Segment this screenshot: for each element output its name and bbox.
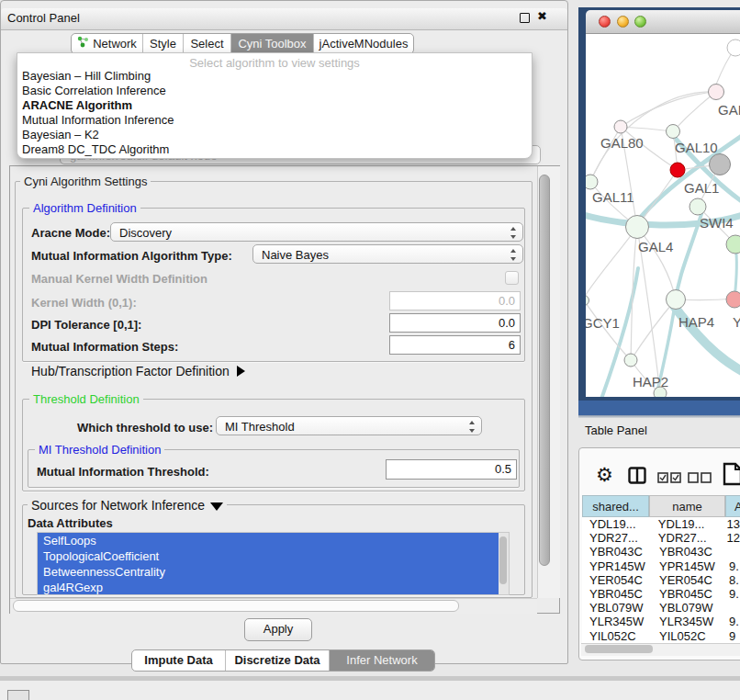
node-label: GAL80	[600, 135, 644, 151]
minimize-traffic-light-icon[interactable]	[617, 16, 629, 28]
table-row[interactable]: YDL19...YDL19...13	[582, 517, 740, 531]
bottom-tabbar: Impute Data Discretize Data Infer Networ…	[131, 649, 435, 672]
node-hap2[interactable]	[624, 354, 637, 367]
node-label: HAP4	[678, 314, 714, 330]
tab-infer-network[interactable]: Infer Network	[330, 650, 434, 671]
manual-kernel-checkbox[interactable]	[505, 271, 519, 285]
tab-impute-data[interactable]: Impute Data	[132, 650, 226, 671]
cell: YDR27...	[648, 531, 724, 545]
node-gal10[interactable]	[667, 125, 680, 139]
network-canvas[interactable]: GAL GAL80 GAL10 GAL1 GAL11 SWI4 GAL4 GCY…	[586, 34, 740, 397]
column-header-name[interactable]: name	[649, 495, 725, 517]
tab-style[interactable]: Style	[143, 34, 184, 53]
tab-network[interactable]: Network	[72, 34, 143, 53]
cell: YBL079W	[649, 601, 726, 615]
cell: YBL079W	[582, 601, 649, 615]
node-gal80[interactable]	[614, 120, 627, 133]
float-window-icon[interactable]	[520, 13, 530, 23]
close-traffic-light-icon[interactable]	[599, 16, 611, 28]
manual-kernel-label: Manual Kernel Width Definition	[31, 272, 207, 286]
tab-jactivemnodules[interactable]: jActiveMNodules	[314, 34, 413, 53]
tab-select[interactable]: Select	[184, 34, 231, 53]
cell: YPR145W	[649, 559, 726, 573]
show-columns-icon[interactable]	[657, 470, 682, 487]
aracne-mode-combobox[interactable]: Discovery	[110, 222, 523, 242]
dropdown-item[interactable]: Dream8 DC_TDC Algorithm	[22, 142, 522, 157]
dpi-tolerance-field[interactable]: 0.0	[389, 313, 521, 333]
cell: YBR045C	[649, 587, 726, 601]
node[interactable]	[727, 40, 740, 56]
table-row[interactable]: YDR27...YDR27...12	[582, 531, 740, 545]
node[interactable]	[726, 291, 740, 308]
column-header-shared-name[interactable]: shared...	[582, 495, 649, 517]
sources-collapse-icon[interactable]	[210, 502, 223, 511]
node-swi4[interactable]	[690, 198, 706, 215]
list-item[interactable]: TopologicalCoefficient	[38, 548, 509, 564]
cell: 9.	[726, 587, 739, 601]
dropdown-item-selected[interactable]: ARACNE Algorithm	[22, 98, 522, 113]
node-label: HAP2	[633, 374, 668, 390]
hide-columns-icon[interactable]	[688, 470, 712, 487]
cell: YBR043C	[582, 545, 649, 559]
node[interactable]	[726, 235, 740, 254]
table-row[interactable]: YER054CYER054C8.	[582, 573, 740, 587]
node-label: SWI4	[700, 215, 734, 231]
node-label: GAL	[718, 102, 740, 118]
cell	[726, 601, 729, 615]
table-row[interactable]: YBL079WYBL079W	[582, 601, 740, 615]
node-gal1[interactable]	[670, 163, 685, 177]
list-item[interactable]: BetweennessCentrality	[38, 564, 509, 580]
table-row[interactable]: YLR345WYLR345W9.	[582, 615, 740, 628]
data-attributes-list: SelfLoops TopologicalCoefficient Between…	[37, 532, 510, 595]
list-item[interactable]: SelfLoops	[38, 533, 509, 548]
column-header-partial[interactable]: A	[725, 495, 740, 517]
zoom-traffic-light-icon[interactable]	[634, 16, 646, 28]
dropdown-item[interactable]: Mutual Information Inference	[22, 113, 522, 128]
gear-icon[interactable]: ⚙	[596, 464, 613, 486]
table-hscrollbar-thumb[interactable]	[585, 645, 653, 653]
aracne-mode-value: Discovery	[119, 226, 172, 240]
cell: YDL19...	[648, 517, 724, 531]
tab-select-label: Select	[190, 34, 223, 53]
node-gal4[interactable]	[626, 216, 649, 239]
which-threshold-combobox[interactable]: MI Threshold	[216, 416, 482, 435]
list-item[interactable]: gal4RGexp	[38, 580, 509, 595]
hub-section[interactable]: Hub/Transcription Factor Definition	[31, 364, 245, 378]
dropdown-item[interactable]: Bayesian – K2	[22, 128, 522, 142]
edge	[673, 92, 716, 131]
node-label: Y	[733, 314, 740, 330]
kernel-width-label: Kernel Width (0,1):	[31, 296, 137, 310]
hub-expand-icon[interactable]	[237, 366, 245, 377]
list-scrollbar-thumb[interactable]	[499, 536, 507, 584]
document-icon[interactable]	[723, 462, 740, 490]
cell: 13	[724, 517, 740, 531]
columns-icon[interactable]	[628, 467, 646, 488]
dropdown-item[interactable]: Basic Correlation Inference	[22, 84, 522, 98]
kernel-width-field[interactable]: 0.0	[389, 291, 521, 310]
apply-button[interactable]: Apply	[244, 618, 312, 641]
node[interactable]	[710, 154, 731, 175]
mi-threshold-group-title: MI Threshold Definition	[35, 443, 164, 457]
node-gal11[interactable]	[586, 175, 598, 189]
tab-discretize-data[interactable]: Discretize Data	[226, 650, 330, 671]
node-hap4[interactable]	[667, 290, 686, 310]
table-row[interactable]: YIL052CYIL052C9	[582, 629, 740, 643]
table-row[interactable]: YBR045CYBR045C9.	[582, 587, 740, 601]
node-gcy1[interactable]	[586, 296, 589, 306]
table-row[interactable]: YBR043CYBR043C	[582, 545, 740, 559]
dpi-tolerance-label: DPI Tolerance [0,1]:	[31, 318, 141, 332]
settings-vscrollbar-thumb[interactable]	[539, 175, 550, 566]
settings-hscrollbar-thumb[interactable]	[13, 600, 459, 612]
close-icon[interactable]: ✖	[537, 9, 547, 23]
dropdown-item[interactable]: Bayesian – Hill Climbing	[22, 69, 522, 84]
mi-steps-field[interactable]: 6	[389, 335, 521, 355]
cell: 8.	[726, 573, 739, 587]
collapse-button[interactable]	[7, 690, 29, 700]
cell: 9	[726, 629, 735, 643]
mi-type-combobox[interactable]: Naive Bayes	[252, 244, 523, 264]
table-row[interactable]: YPR145WYPR145W9.	[582, 559, 740, 573]
mi-type-label: Mutual Information Algorithm Type:	[31, 249, 232, 263]
node[interactable]	[709, 85, 724, 100]
mi-threshold-field[interactable]: 0.5	[386, 459, 517, 480]
tab-cyni-toolbox[interactable]: Cyni Toolbox	[231, 34, 314, 53]
